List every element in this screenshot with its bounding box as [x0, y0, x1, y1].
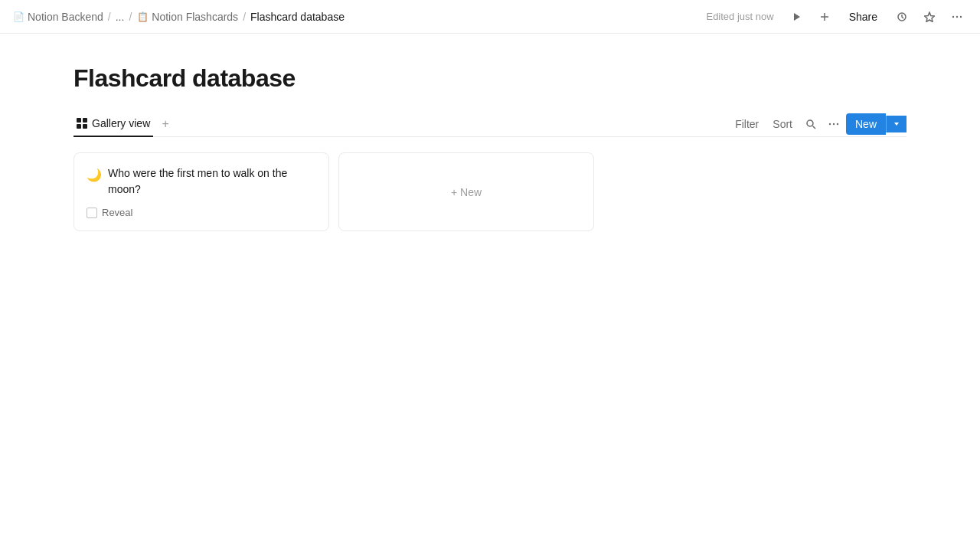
svg-marker-0 — [794, 13, 800, 21]
flashcard-card-0[interactable]: 🌙 Who were the first men to walk on the … — [74, 152, 329, 231]
search-button[interactable] — [800, 113, 822, 135]
gallery-grid: 🌙 Who were the first men to walk on the … — [74, 149, 594, 231]
gallery-icon-cell-3 — [77, 124, 81, 129]
new-button[interactable]: New — [846, 113, 886, 135]
svg-point-6 — [956, 15, 958, 17]
breadcrumb-notion-backend[interactable]: 📄 Notion Backend — [12, 11, 103, 23]
topbar: 📄 Notion Backend / ... / 📋 Notion Flashc… — [0, 0, 980, 34]
breadcrumb-flashcard-database[interactable]: Flashcard database — [250, 11, 345, 23]
filter-label: Filter — [735, 118, 759, 130]
topbar-actions: Edited just now Share — [706, 6, 968, 28]
svg-point-11 — [833, 123, 835, 124]
gallery-view-icon — [77, 118, 87, 129]
flashcard-question-text-0: Who were the first men to walk on the mo… — [108, 165, 316, 198]
toolbar-right: Filter Sort New — [729, 113, 906, 135]
new-button-label: New — [855, 118, 877, 130]
tab-gallery-view[interactable]: Gallery view — [74, 111, 153, 137]
gallery-icon-cell-2 — [83, 118, 87, 123]
svg-marker-13 — [894, 123, 899, 126]
sort-button[interactable]: Sort — [766, 115, 799, 133]
gallery-icon-cell-4 — [83, 124, 87, 129]
svg-point-8 — [807, 120, 813, 126]
flashcard-question-0: 🌙 Who were the first men to walk on the … — [87, 165, 316, 198]
svg-point-10 — [829, 123, 831, 124]
share-label: Share — [849, 11, 877, 23]
sort-label: Sort — [773, 118, 792, 130]
breadcrumb-ellipsis[interactable]: ... — [116, 11, 125, 23]
new-card-button[interactable]: + New — [338, 152, 594, 231]
breadcrumb-label-notion-backend: Notion Backend — [28, 11, 103, 23]
more-toolbar-button[interactable] — [823, 113, 844, 135]
tab-gallery-view-label: Gallery view — [92, 117, 150, 129]
reveal-checkbox-0[interactable] — [87, 208, 97, 218]
svg-point-5 — [952, 15, 954, 17]
flashcard-reveal-0[interactable]: Reveal — [87, 207, 316, 218]
favorite-button[interactable] — [919, 6, 940, 28]
breadcrumb-separator-3: / — [243, 11, 246, 23]
reveal-label-0: Reveal — [102, 207, 132, 218]
svg-point-12 — [837, 123, 838, 124]
breadcrumb-separator-2: / — [129, 11, 132, 23]
more-options-button[interactable] — [946, 6, 968, 28]
breadcrumb-label-flashcard-database: Flashcard database — [250, 11, 345, 23]
gallery-icon-cell-1 — [77, 118, 81, 123]
new-button-container: New — [846, 113, 906, 135]
breadcrumb-notion-flashcards[interactable]: 📋 Notion Flashcards — [136, 11, 238, 23]
edited-timestamp: Edited just now — [706, 11, 773, 22]
svg-point-7 — [960, 15, 962, 17]
add-page-button[interactable] — [814, 6, 835, 28]
new-card-label: + New — [451, 186, 482, 198]
flashcards-page-icon: 📋 — [136, 11, 149, 23]
flashcard-emoji-0: 🌙 — [87, 166, 102, 185]
notion-backend-icon: 📄 — [12, 11, 24, 23]
view-tabs-container: Gallery view + — [74, 111, 175, 136]
breadcrumb: 📄 Notion Backend / ... / 📋 Notion Flashc… — [12, 11, 345, 23]
new-button-dropdown[interactable] — [886, 116, 906, 132]
breadcrumb-label-notion-flashcards: Notion Flashcards — [152, 11, 238, 23]
svg-marker-4 — [925, 12, 935, 22]
page-content: Flashcard database Gallery view + Filter… — [0, 34, 980, 262]
history-button[interactable] — [891, 6, 913, 28]
share-button[interactable]: Share — [841, 8, 885, 26]
breadcrumb-label-ellipsis: ... — [116, 11, 125, 23]
breadcrumb-separator-1: / — [108, 11, 111, 23]
filter-button[interactable]: Filter — [729, 115, 765, 133]
svg-line-9 — [812, 126, 815, 129]
add-view-button[interactable]: + — [156, 115, 175, 133]
play-button[interactable] — [786, 6, 808, 28]
page-title: Flashcard database — [74, 64, 906, 93]
